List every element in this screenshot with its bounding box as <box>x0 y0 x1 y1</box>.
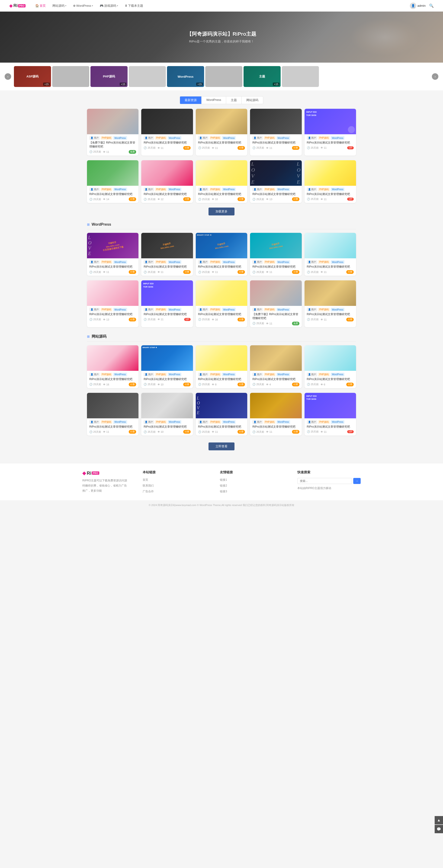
category-theme[interactable]: 主题 +15 <box>243 66 280 87</box>
tab-latest[interactable]: 最新资源 <box>180 96 202 104</box>
footer-friend-2[interactable]: 链接2 <box>220 484 283 488</box>
category-gray2[interactable] <box>129 66 166 87</box>
ws-meta-3: 🕐 25天前 👁 8 付费 <box>198 383 245 386</box>
footer-friend-3[interactable]: 链接3 <box>220 490 283 494</box>
wp-card-8[interactable]: 👤 用户 PHP源码 WordPress RiPro演示站测试文章管理懒研究吧 … <box>196 280 247 327</box>
card-thumb-2 <box>141 109 193 134</box>
tag-user-6: 👤 用户 <box>89 188 100 191</box>
footer-search-input[interactable] <box>297 478 352 484</box>
wp-body-6: 👤 用户 PHP源码 WordPress RiPro演示站测试文章管理懒研究吧 … <box>87 306 139 323</box>
cat-gray2-bg <box>129 66 166 87</box>
ws-card-4[interactable]: 👤 用户 PHP源码 WordPress RiPro演示站测试文章管理懒研究吧 … <box>250 345 301 388</box>
ws-card-3[interactable]: 👤 用户 PHP源码 WordPress RiPro演示站测试文章管理懒研究吧 … <box>196 345 247 388</box>
category-gray4[interactable] <box>282 66 319 87</box>
ws-price-3: 付费 <box>237 383 245 386</box>
ws-thumb-img-7 <box>141 393 193 418</box>
wp-card-10[interactable]: 👤 用户 PHP源码 WordPress RiPro演示站测试文章管理懒研究吧 … <box>304 280 356 327</box>
ws-card-6[interactable]: 👤 用户 PHP源码 WordPress RiPro演示站测试文章管理懒研究吧 … <box>87 393 139 436</box>
tab-wordpress[interactable]: WordPress <box>202 96 226 104</box>
ws-time-10: 🕐 25天前 <box>307 430 319 433</box>
wp-card-5[interactable]: 👤 用户 PHP源码 WordPress RiPro演示站测试文章管理懒研究吧 … <box>304 233 356 276</box>
card-latest-9[interactable]: LOVE LOVE 👤 用户 PHP源码 WordPress RiPro演示站测… <box>250 160 301 203</box>
footer-link-contact[interactable]: 联系我们 <box>143 484 206 488</box>
footer-friend-1[interactable]: 链接1 <box>220 478 283 482</box>
category-gray3[interactable] <box>205 66 242 87</box>
wp-card-6[interactable]: 👤 用户 PHP源码 WordPress RiPro演示站测试文章管理懒研究吧 … <box>87 280 139 327</box>
card-latest-4[interactable]: 👤 用户 PHP源码 WordPress RiPro演示站测试文章管理懒研究吧 … <box>250 109 301 156</box>
card-latest-10[interactable]: 👤 用户 PHP源码 WordPress RiPro演示站测试文章管理懒研究吧 … <box>304 160 356 203</box>
footer-col2-title: 友情链接 <box>220 470 283 474</box>
ws-card-9[interactable]: 👤 用户 PHP源码 WordPress RiPro演示站测试文章管理懒研究吧 … <box>250 393 301 436</box>
tag-wp: WordPress <box>113 136 127 140</box>
wp-card-4[interactable]: 不猪吃手bbs.bthc.com 👤 用户 PHP源码 WordPress Ri… <box>250 233 301 276</box>
ws-tags-8: 👤 用户 PHP源码 WordPress <box>198 420 245 424</box>
wp-card-2[interactable]: 不猪吃手bbs.bthc.com 👤 用户 PHP源码 WordPress Ri… <box>141 233 193 276</box>
footer-power-text[interactable]: 本站由RIPRO主题强力驱动 <box>297 486 361 490</box>
wordpress-section: ⊞ WordPress LOVE 不猪吃手bbs.bthc.com不买是傻瓜请连… <box>87 222 356 327</box>
ws-card-1[interactable]: 👤 用户 PHP源码 WordPress RiPro演示站测试文章管理懒研究吧 … <box>87 345 139 388</box>
wp-card-3[interactable]: BINARY STAR ★ 不猪吃手bbs.bthc.com 👤 用户 PHP源… <box>196 233 247 276</box>
wp-card-9[interactable]: 👤 用户 PHP源码 WordPress 【免费下载】RiPro演示站测试文章管… <box>250 280 301 327</box>
tag-wp-9: WordPress <box>276 188 290 191</box>
price-badge-9: 付费 <box>292 197 299 201</box>
meta-views-3: 👁 11 <box>212 147 218 149</box>
category-wp[interactable]: WordPress +15 <box>167 66 204 87</box>
ws-card-2[interactable]: BINARY STAR ★ 👤 用户 PHP源码 WordPress RiPro… <box>141 345 193 388</box>
nav-item-game[interactable]: 🎮 游戏源码 ▾ <box>97 2 121 9</box>
wp-price-5: 付费 <box>346 270 354 274</box>
slider-right-arrow[interactable]: › <box>432 73 438 80</box>
wp-views-4: 👁 11 <box>266 271 272 273</box>
wp-meta-10: 🕐 25天前 👁 11 付费 <box>307 318 354 321</box>
ws-title-4: RiPro演示站测试文章管理懒研究吧 <box>252 377 299 381</box>
ws-card-7[interactable]: 👤 用户 PHP源码 WordPress RiPro演示站测试文章管理懒研究吧 … <box>141 393 193 436</box>
tag-wp-wp4: WordPress <box>276 260 290 264</box>
card-latest-2[interactable]: 👤 用户 PHP源码 WordPress RiPro演示站测试文章管理懒研究吧 … <box>141 109 193 156</box>
footer-search-button[interactable]: → <box>353 478 361 484</box>
wp-body-5: 👤 用户 PHP源码 WordPress RiPro演示站测试文章管理懒研究吧 … <box>304 258 356 276</box>
card-latest-6[interactable]: 👤 用户 PHP源码 WordPress RiPro演示站测试文章管理懒研究吧 … <box>87 160 139 203</box>
wp-meta-5: 🕐 25天前 👁 11 付费 <box>307 270 354 274</box>
tab-theme[interactable]: 主题 <box>226 96 242 104</box>
wp-card-7[interactable]: INPUT EDITOR SKIN 👤 用户 PHP源码 WordPress R… <box>141 280 193 327</box>
tag-user-wp9: 👤 用户 <box>252 308 263 311</box>
wp-meta-7: 🕐 25天前 👁 11 VIP <box>144 318 190 321</box>
tag-user-wp5: 👤 用户 <box>307 260 317 264</box>
tag-php: PHP源码 <box>101 136 113 140</box>
tag-user-wp4: 👤 用户 <box>252 260 263 264</box>
card-latest-5[interactable]: INPUT EDITOR SKIN 👤 用户 PHP源码 WordPress R… <box>304 109 356 156</box>
tab-source[interactable]: 网站源码 <box>242 96 263 104</box>
category-asp[interactable]: ASP源码 +15 <box>14 66 51 87</box>
nav-item-home[interactable]: 🏠 首页 <box>32 2 49 9</box>
nav-item-source[interactable]: 网站源码 ▾ <box>50 2 69 9</box>
ws-card-10[interactable]: INPUT EDITOR SKIN 👤 用户 PHP源码 WordPress R… <box>304 393 356 436</box>
wp-views-6: 👁 13 <box>103 318 109 321</box>
tag-php-ws1: PHP源码 <box>101 373 113 376</box>
ws-card-8[interactable]: LOVE 👤 用户 PHP源码 WordPress RiPro演示站测试文章管理… <box>196 393 247 436</box>
category-php[interactable]: PHP源码 +15 <box>90 66 127 87</box>
wp-price-9: 免费 <box>292 322 299 326</box>
footer-link-ads[interactable]: 广告合作 <box>143 490 206 494</box>
tag-php-wp2: PHP源码 <box>155 260 167 264</box>
user-button[interactable]: 👤 admin <box>410 3 425 9</box>
category-gray1[interactable] <box>52 66 89 87</box>
wp-grid-row1: LOVE 不猪吃手bbs.bthc.com不买是傻瓜请连没下载 👤 用户 PHP… <box>87 233 356 276</box>
search-button[interactable]: 🔍 <box>429 3 434 8</box>
card-latest-8[interactable]: 👤 用户 PHP源码 WordPress RiPro演示站测试文章管理懒研究吧 … <box>196 160 247 203</box>
nav-item-wordpress[interactable]: ⊕ WordPress ▾ <box>70 3 96 9</box>
logo[interactable]: ◆ Ri PRO <box>9 3 26 8</box>
tag-wp-ws2: WordPress <box>168 373 181 376</box>
tag-user-ws8: 👤 用户 <box>198 420 208 424</box>
tag-user-7: 👤 用户 <box>144 188 154 191</box>
card-latest-1[interactable]: 👤 用户 PHP源码 WordPress 【免费下载】RiPro演示站测试文章管… <box>87 109 139 156</box>
wp-card-1[interactable]: LOVE 不猪吃手bbs.bthc.com不买是傻瓜请连没下载 👤 用户 PHP… <box>87 233 139 276</box>
card-latest-3[interactable]: 👤 用户 PHP源码 WordPress RiPro演示站测试文章管理懒研究吧 … <box>196 109 247 156</box>
ws-views-3: 👁 8 <box>212 383 216 386</box>
footer-link-home[interactable]: 首页 <box>143 478 206 482</box>
card-latest-7[interactable]: 👤 用户 PHP源码 WordPress RiPro演示站测试文章管理懒研究吧 … <box>141 160 193 203</box>
nav-item-download[interactable]: ⬇ 下载本主题 <box>122 2 146 9</box>
slider-left-arrow[interactable]: ‹ <box>5 73 11 80</box>
view-all-button[interactable]: 立即查看 <box>208 442 235 451</box>
ws-thumb-img-8: LOVE <box>196 393 247 418</box>
load-more-button[interactable]: 加载更多 <box>208 208 235 215</box>
ws-card-5[interactable]: 👤 用户 PHP源码 WordPress RiPro演示站测试文章管理懒研究吧 … <box>304 345 356 388</box>
